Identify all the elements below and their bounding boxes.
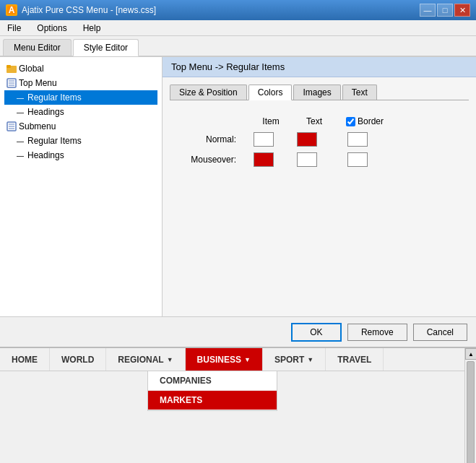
- cancel-button[interactable]: Cancel: [413, 324, 467, 341]
- dropdown-markets[interactable]: MARKETS: [148, 391, 277, 410]
- close-button[interactable]: ✕: [454, 4, 470, 17]
- tab-size-position[interactable]: Size & Position: [170, 85, 247, 100]
- menu-options[interactable]: Options: [33, 22, 71, 35]
- normal-label: Normal:: [184, 134, 242, 144]
- mouseover-border-color[interactable]: [347, 152, 368, 167]
- list-icon: [6, 77, 17, 89]
- remove-button[interactable]: Remove: [347, 324, 407, 341]
- inner-tabs: Size & Position Colors Images Text: [170, 85, 469, 100]
- mouseover-label: Mouseover:: [184, 155, 242, 165]
- header-border: Border: [336, 116, 394, 126]
- ok-button[interactable]: OK: [291, 323, 342, 342]
- tree-item-regular-items[interactable]: — Regular Items: [4, 90, 157, 105]
- svg-text:A: A: [9, 5, 15, 15]
- main-content: Global Top Menu — Regular Items — Headin…: [0, 56, 476, 316]
- dropdown-companies[interactable]: COMPANIES: [148, 371, 277, 391]
- dash-icon-4: —: [14, 150, 26, 161]
- tree-panel: Global Top Menu — Regular Items — Headin…: [0, 57, 163, 316]
- tab-menu-editor[interactable]: Menu Editor: [3, 39, 72, 56]
- tree-label-top-menu: Top Menu: [19, 78, 57, 88]
- border-checkbox[interactable]: [346, 117, 355, 126]
- colors-row-mouseover: Mouseover:: [184, 152, 454, 167]
- main-tabs: Menu Editor Style Editor: [0, 36, 476, 56]
- normal-item-color[interactable]: [254, 132, 274, 147]
- tree-item-top-menu[interactable]: Top Menu: [4, 76, 157, 90]
- panel-body: Size & Position Colors Images Text Item …: [163, 77, 476, 187]
- tree-label-submenu: Submenu: [19, 121, 56, 131]
- normal-border-color[interactable]: [347, 132, 368, 147]
- title-bar-left: A Ajatix Pure CSS Menu - [news.css]: [6, 4, 156, 16]
- tree-item-headings[interactable]: — Headings: [4, 105, 157, 119]
- nav-travel[interactable]: TRAVEL: [326, 348, 384, 371]
- nav-regional[interactable]: REGIONAL ▼: [106, 348, 185, 371]
- mouseover-text-color[interactable]: [297, 152, 317, 167]
- maximize-button[interactable]: □: [437, 4, 453, 17]
- scrollbar-up[interactable]: ▲: [465, 348, 476, 360]
- tab-text[interactable]: Text: [342, 85, 377, 100]
- button-row: OK Remove Cancel: [0, 316, 476, 347]
- list-icon-2: [6, 121, 17, 132]
- nav-sport[interactable]: SPORT ▼: [263, 348, 326, 371]
- dash-icon: —: [14, 92, 26, 103]
- header-text: Text: [293, 116, 336, 126]
- nav-world[interactable]: WORLD: [50, 348, 106, 371]
- dash-icon-2: —: [14, 106, 26, 118]
- mouseover-item-color[interactable]: [254, 152, 274, 167]
- nav-home[interactable]: HOME: [0, 348, 50, 371]
- colors-header: Item Text Border: [184, 116, 454, 126]
- tree-item-global[interactable]: Global: [4, 61, 157, 76]
- title-bar: A Ajatix Pure CSS Menu - [news.css] — □ …: [0, 0, 476, 20]
- preview-area: HOME WORLD REGIONAL ▼ BUSINESS ▼ SPORT ▼…: [0, 347, 476, 463]
- preview-dropdown-container: COMPANIES MARKETS: [0, 371, 464, 411]
- tree-label-global: Global: [19, 64, 44, 74]
- header-item: Item: [249, 116, 293, 126]
- business-dropdown-arrow: ▼: [244, 356, 251, 363]
- preview-nav: HOME WORLD REGIONAL ▼ BUSINESS ▼ SPORT ▼…: [0, 348, 464, 371]
- tree-label-submenu-headings: Headings: [27, 150, 64, 160]
- panel-title: Top Menu -> Regular Items: [163, 57, 476, 77]
- window-title: Ajatix Pure CSS Menu - [news.css]: [22, 5, 156, 15]
- tree-label-regular-items: Regular Items: [27, 92, 82, 103]
- menu-help[interactable]: Help: [79, 22, 105, 35]
- colors-grid: Item Text Border Normal:: [170, 109, 469, 180]
- menu-file[interactable]: File: [3, 22, 25, 35]
- scrollbar-thumb[interactable]: [467, 361, 475, 463]
- tab-colors[interactable]: Colors: [248, 85, 293, 100]
- preview-dropdown: COMPANIES MARKETS: [147, 371, 277, 411]
- svg-rect-3: [7, 65, 11, 68]
- regional-dropdown-arrow: ▼: [167, 356, 173, 363]
- minimize-button[interactable]: —: [420, 4, 436, 17]
- nav-business[interactable]: BUSINESS ▼: [186, 348, 263, 371]
- preview-main: HOME WORLD REGIONAL ▼ BUSINESS ▼ SPORT ▼…: [0, 348, 464, 463]
- folder-icon: [6, 63, 17, 74]
- tree-item-submenu-headings[interactable]: — Headings: [4, 148, 157, 163]
- sport-dropdown-arrow: ▼: [307, 356, 313, 363]
- tree-item-submenu[interactable]: Submenu: [4, 119, 157, 134]
- menu-bar: File Options Help: [0, 20, 476, 36]
- tree-item-submenu-regular[interactable]: — Regular Items: [4, 134, 157, 148]
- tree-label-submenu-regular: Regular Items: [27, 136, 82, 146]
- tree-label-headings: Headings: [27, 107, 64, 117]
- dash-icon-3: —: [14, 135, 26, 147]
- border-label: Border: [358, 116, 384, 126]
- app-icon: A: [6, 4, 17, 16]
- colors-row-normal: Normal:: [184, 132, 454, 147]
- normal-text-color[interactable]: [297, 132, 317, 147]
- tab-style-editor[interactable]: Style Editor: [73, 39, 139, 56]
- right-panel: Top Menu -> Regular Items Size & Positio…: [163, 57, 476, 316]
- scrollbar[interactable]: ▲ ▼: [464, 348, 476, 463]
- window-controls[interactable]: — □ ✕: [420, 4, 470, 17]
- tab-images[interactable]: Images: [293, 85, 340, 100]
